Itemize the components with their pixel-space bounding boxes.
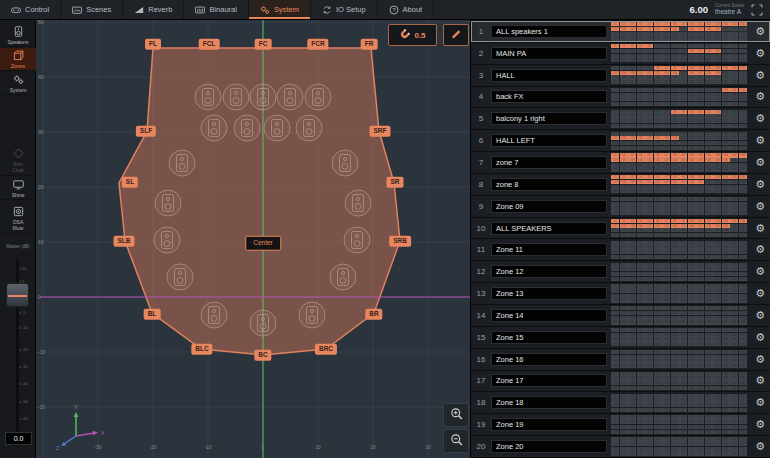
speaker-cell[interactable]: #58 [688, 102, 696, 106]
speaker-cell[interactable]: #5 [645, 284, 653, 288]
speaker-cell[interactable]: #44 [705, 250, 713, 254]
speaker-cell[interactable]: #48 [739, 228, 747, 232]
speaker-cell[interactable]: #1 [611, 284, 619, 288]
speaker-cell[interactable]: #43 [696, 228, 704, 232]
speaker-cell[interactable]: #14 [722, 415, 730, 419]
speaker-cell[interactable]: #57 [679, 298, 687, 302]
speaker-cell[interactable]: #6 [654, 372, 662, 376]
speaker-cell[interactable]: #4 [637, 22, 645, 26]
speaker-cell[interactable]: #54 [654, 167, 662, 171]
speaker-cell[interactable]: #59 [696, 430, 704, 434]
speaker-cell[interactable]: #37 [645, 163, 653, 167]
speaker-cell[interactable]: #12 [705, 306, 713, 310]
speaker-cell[interactable]: #55 [662, 342, 670, 346]
speaker-cell[interactable]: #5 [645, 110, 653, 114]
speaker-cell[interactable]: #38 [654, 381, 662, 385]
speaker-cell[interactable]: #37 [645, 54, 653, 58]
speaker-cell[interactable]: #34 [620, 447, 628, 451]
speaker-cell[interactable]: #16 [739, 306, 747, 310]
speaker-cell[interactable]: #51 [628, 386, 636, 390]
speaker-cell[interactable]: #64 [739, 342, 747, 346]
speaker-cell[interactable]: #16 [739, 22, 747, 26]
speaker-cell[interactable]: #49 [611, 430, 619, 434]
speaker-cell[interactable]: #50 [620, 102, 628, 106]
speaker-cell[interactable]: #57 [679, 211, 687, 215]
speaker-cell[interactable]: #25 [679, 311, 687, 315]
speaker-cell[interactable]: #18 [620, 27, 628, 31]
speaker-cell[interactable]: #29 [713, 224, 721, 228]
zone-row[interactable]: 12Zone 12#1#2#3#4#5#6#7#8#9#10#11#12#13#… [471, 261, 770, 282]
speaker-cell[interactable]: #62 [722, 430, 730, 434]
speaker-cell[interactable]: #39 [662, 75, 670, 79]
speaker-cell[interactable]: #41 [679, 206, 687, 210]
speaker-cell[interactable]: #19 [628, 71, 636, 75]
speaker-cell[interactable]: #8 [671, 153, 679, 157]
speaker-cell[interactable]: #11 [696, 306, 704, 310]
speaker-cell[interactable]: #33 [611, 97, 619, 101]
speaker-cell[interactable]: #25 [679, 202, 687, 206]
speaker-cell[interactable]: #32 [739, 398, 747, 402]
speaker-cell[interactable]: #47 [730, 75, 738, 79]
speaker-cell[interactable]: #12 [705, 132, 713, 136]
speaker-cell[interactable]: #20 [637, 158, 645, 162]
speaker-cell[interactable]: #47 [730, 206, 738, 210]
speaker-cell[interactable]: #44 [705, 163, 713, 167]
speaker-cell[interactable]: #40 [671, 337, 679, 341]
speaker-cell[interactable]: #64 [739, 277, 747, 281]
speaker-cell[interactable]: #31 [730, 136, 738, 140]
speaker-cell[interactable]: #2 [620, 175, 628, 179]
speaker-cell[interactable]: #19 [628, 27, 636, 31]
speaker-cell[interactable]: #17 [611, 355, 619, 359]
speaker-cell[interactable]: #62 [722, 80, 730, 84]
speaker-cell[interactable]: #39 [662, 228, 670, 232]
zone-row[interactable]: 13Zone 13#1#2#3#4#5#6#7#8#9#10#11#12#13#… [471, 283, 770, 304]
speaker-cell[interactable]: #25 [679, 398, 687, 402]
speaker-cell[interactable]: #54 [654, 386, 662, 390]
speaker-cell[interactable]: #53 [645, 451, 653, 455]
speaker-cell[interactable]: #3 [628, 263, 636, 267]
speaker-cell[interactable]: #5 [645, 328, 653, 332]
speaker-cell[interactable]: #58 [688, 430, 696, 434]
speaker-cell[interactable]: #13 [713, 394, 721, 398]
speaker-cell[interactable]: #27 [696, 311, 704, 315]
speaker-cell[interactable]: #46 [722, 75, 730, 79]
speaker-cell[interactable]: #12 [705, 219, 713, 223]
speaker-cell[interactable]: #55 [662, 298, 670, 302]
speaker-cell[interactable]: #37 [645, 272, 653, 276]
speaker-cell[interactable]: #32 [739, 355, 747, 359]
speaker-cell[interactable]: #6 [654, 415, 662, 419]
gear-icon[interactable]: ⚙ [755, 201, 765, 212]
speaker-cell[interactable]: #55 [662, 146, 670, 150]
zone-name-field[interactable]: Zone 12 [491, 265, 607, 278]
speaker-cell[interactable]: #56 [671, 451, 679, 455]
speaker-cell[interactable]: #38 [654, 425, 662, 429]
speaker-cell[interactable]: #37 [645, 75, 653, 79]
speaker-cell[interactable]: #5 [645, 372, 653, 376]
speaker-cell[interactable]: #33 [611, 447, 619, 451]
speaker-cell[interactable]: #21 [645, 355, 653, 359]
speaker-cell[interactable]: #52 [637, 58, 645, 62]
speaker-cell[interactable]: #14 [722, 263, 730, 267]
speaker-cell[interactable]: #52 [637, 408, 645, 412]
speaker-cell[interactable]: #49 [611, 102, 619, 106]
zone-name-field[interactable]: Zone 13 [491, 287, 607, 300]
speaker-cell[interactable]: #23 [662, 49, 670, 53]
speaker-cell[interactable]: #2 [620, 44, 628, 48]
speaker-cell[interactable]: #33 [611, 316, 619, 320]
speaker-cell[interactable]: #53 [645, 364, 653, 368]
speaker-cell[interactable]: #29 [713, 442, 721, 446]
speaker-cell[interactable]: #30 [722, 267, 730, 271]
speaker-cell[interactable]: #11 [696, 284, 704, 288]
speaker-cell[interactable]: #41 [679, 425, 687, 429]
speaker-cell[interactable]: #42 [688, 447, 696, 451]
speaker-cell[interactable]: #51 [628, 408, 636, 412]
speaker-cell[interactable]: #47 [730, 359, 738, 363]
speaker-cell[interactable]: #24 [671, 71, 679, 75]
speaker-cell[interactable]: #28 [705, 93, 713, 97]
gear-icon[interactable]: ⚙ [755, 135, 765, 146]
speaker-cell[interactable]: #12 [705, 66, 713, 70]
speaker-cell[interactable]: #56 [671, 320, 679, 324]
speaker-cell[interactable]: #40 [671, 359, 679, 363]
speaker-cell[interactable]: #50 [620, 233, 628, 237]
speaker-cell[interactable]: #42 [688, 185, 696, 189]
